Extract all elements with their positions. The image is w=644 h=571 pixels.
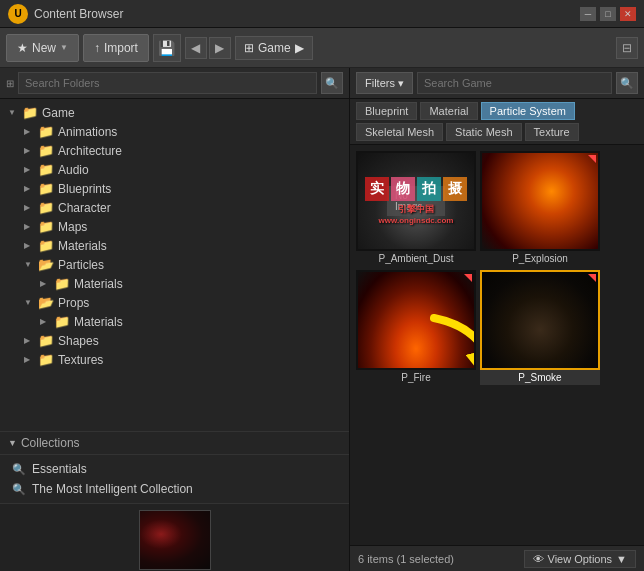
asset-label-ambient-dust: P_Ambient_Dust (356, 251, 476, 266)
expand-arrow-icon: ▶ (24, 222, 34, 231)
filter-tags: Blueprint Material Particle System Skele… (350, 99, 644, 145)
folder-icon: 📁 (38, 200, 54, 215)
collection-essentials[interactable]: 🔍 Essentials (0, 459, 349, 479)
folder-architecture[interactable]: ▶ 📁 Architecture (16, 141, 349, 160)
view-options-button[interactable]: 👁 View Options ▼ (524, 550, 637, 568)
thumbnail-image (140, 511, 210, 569)
folder-textures[interactable]: ▶ 📁 Textures (16, 350, 349, 369)
asset-thumbnail (139, 510, 211, 570)
folder-search-input[interactable] (18, 72, 317, 94)
eye-icon: 👁 (533, 553, 544, 565)
collections-arrow-icon: ▼ (8, 438, 17, 448)
item-count: 6 items (1 selected) (358, 553, 454, 565)
collection-icon: 🔍 (12, 483, 26, 496)
collection-icon: 🔍 (12, 463, 26, 476)
folder-materials[interactable]: ▶ 📁 Materials (16, 236, 349, 255)
collections-list: 🔍 Essentials 🔍 The Most Intelligent Coll… (0, 455, 349, 503)
titlebar: U Content Browser ─ □ ✕ (0, 0, 644, 28)
main-layout: ⊞ 🔍 ▼ 📁 Game ▶ 📁 Animations ▶ 📁 Architec… (0, 68, 644, 571)
folder-icon: 📁 (38, 162, 54, 177)
folder-icon: 📂 (38, 257, 54, 272)
asset-image-explosion (482, 153, 598, 249)
folder-icon: 📁 (38, 333, 54, 348)
filter-particle-system[interactable]: Particle System (481, 102, 575, 120)
folder-icon: 📁 (54, 276, 70, 291)
expand-arrow-icon: ▼ (8, 108, 18, 117)
filter-material[interactable]: Material (420, 102, 477, 120)
asset-item-ambient-dust[interactable]: 实 物 拍 摄 引擎中国 www.onginsdc.com P_Ambient_… (356, 151, 476, 266)
folder-icon: 📁 (38, 238, 54, 253)
asset-thumb-explosion (480, 151, 600, 251)
folder-game[interactable]: ▼ 📁 Game (0, 103, 349, 122)
asset-image-fire (358, 272, 474, 368)
breadcrumb-label: Game (258, 41, 291, 55)
filter-static-mesh[interactable]: Static Mesh (446, 123, 521, 141)
window-controls: ─ □ ✕ (580, 7, 636, 21)
asset-image-smoke (482, 272, 598, 368)
folder-character[interactable]: ▶ 📁 Character (16, 198, 349, 217)
filters-button[interactable]: Filters ▾ (356, 72, 413, 94)
folder-icon: 📁 (22, 105, 38, 120)
expand-arrow-icon: ▶ (24, 165, 34, 174)
collection-most-intelligent[interactable]: 🔍 The Most Intelligent Collection (0, 479, 349, 499)
maximize-button[interactable]: □ (600, 7, 616, 21)
folder-icon: 📂 (38, 295, 54, 310)
nav-forward-button[interactable]: ▶ (209, 37, 231, 59)
asset-label-explosion: P_Explosion (480, 251, 600, 266)
collections-header: ▼ Collections (0, 432, 349, 455)
asset-item-smoke[interactable]: P_Smoke (480, 270, 600, 385)
asset-item-fire[interactable]: P_Fire (356, 270, 476, 385)
folder-icon: 📁 (38, 352, 54, 367)
expand-arrow-icon: ▶ (24, 127, 34, 136)
toolbar: ★ New ▼ ↑ Import 💾 ◀ ▶ ⊞ Game ▶ ⊟ (0, 28, 644, 68)
folder-search-button[interactable]: 🔍 (321, 72, 343, 94)
asset-label-fire: P_Fire (356, 370, 476, 385)
expand-arrow-icon: ▶ (24, 336, 34, 345)
asset-thumb-ambient-dust: 实 物 拍 摄 引擎中国 www.onginsdc.com (356, 151, 476, 251)
folder-audio[interactable]: ▶ 📁 Audio (16, 160, 349, 179)
right-panel: Filters ▾ 🔍 Blueprint Material Particle … (350, 68, 644, 571)
folder-icon: 📁 (38, 181, 54, 196)
filter-blueprint[interactable]: Blueprint (356, 102, 417, 120)
folder-blueprints[interactable]: ▶ 📁 Blueprints (16, 179, 349, 198)
asset-search-input[interactable] (417, 72, 612, 94)
folder-shapes[interactable]: ▶ 📁 Shapes (16, 331, 349, 350)
breadcrumb[interactable]: ⊞ Game ▶ (235, 36, 313, 60)
folder-search-bar: ⊞ 🔍 (0, 68, 349, 99)
filter-skeletal-mesh[interactable]: Skeletal Mesh (356, 123, 443, 141)
expand-arrow-icon: ▼ (24, 298, 34, 307)
expand-arrow-icon: ▶ (40, 279, 50, 288)
breadcrumb-arrow: ▶ (295, 41, 304, 55)
asset-item-explosion[interactable]: P_Explosion (480, 151, 600, 266)
panel-options-button[interactable]: ⊟ (616, 37, 638, 59)
expand-arrow-icon: ▶ (24, 146, 34, 155)
asset-image-ambient-dust (358, 153, 474, 249)
save-button[interactable]: 💾 (153, 34, 181, 62)
folder-animations[interactable]: ▶ 📁 Animations (16, 122, 349, 141)
asset-thumb-fire (356, 270, 476, 370)
folder-particles-materials[interactable]: ▶ 📁 Materials (32, 274, 349, 293)
app-logo: U (8, 4, 28, 24)
nav-back-button[interactable]: ◀ (185, 37, 207, 59)
titlebar-title: Content Browser (34, 7, 574, 21)
filter-texture[interactable]: Texture (525, 123, 579, 141)
filters-row: Filters ▾ 🔍 (350, 68, 644, 99)
new-dropdown-arrow: ▼ (60, 43, 68, 52)
view-options-arrow-icon: ▼ (616, 553, 627, 565)
folder-props-materials[interactable]: ▶ 📁 Materials (32, 312, 349, 331)
folder-maps[interactable]: ▶ 📁 Maps (16, 217, 349, 236)
asset-label-smoke: P_Smoke (480, 370, 600, 385)
folder-particles[interactable]: ▼ 📂 Particles (16, 255, 349, 274)
asset-search-button[interactable]: 🔍 (616, 72, 638, 94)
close-button[interactable]: ✕ (620, 7, 636, 21)
expand-arrow-icon: ▶ (24, 203, 34, 212)
minimize-button[interactable]: ─ (580, 7, 596, 21)
import-button[interactable]: ↑ Import (83, 34, 149, 62)
expand-arrow-icon: ▼ (24, 260, 34, 269)
folder-props[interactable]: ▼ 📂 Props (16, 293, 349, 312)
folder-tree: ▼ 📁 Game ▶ 📁 Animations ▶ 📁 Architecture… (0, 99, 349, 431)
asset-grid: 实 物 拍 摄 引擎中国 www.onginsdc.com P_Ambient_… (350, 145, 644, 545)
new-button[interactable]: ★ New ▼ (6, 34, 79, 62)
nav-buttons: ◀ ▶ (185, 37, 231, 59)
status-bar: 6 items (1 selected) 👁 View Options ▼ (350, 545, 644, 571)
